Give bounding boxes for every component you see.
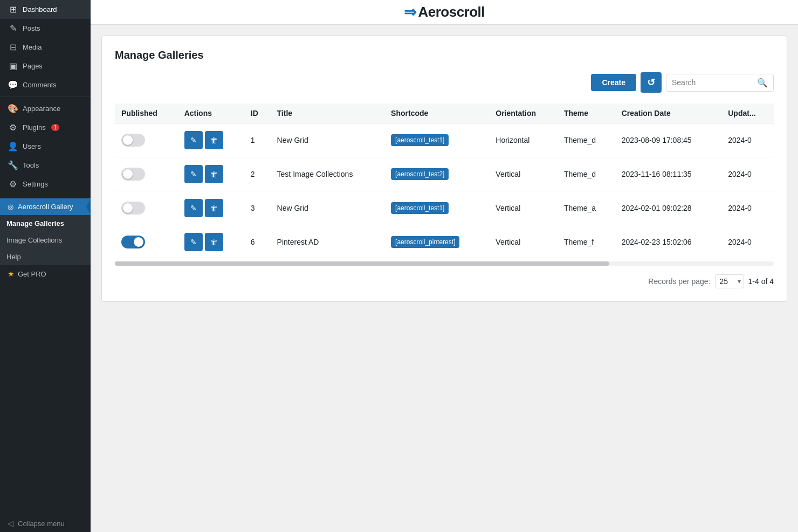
collapse-menu-button[interactable]: ◁ Collapse menu <box>0 515 91 532</box>
table-header-row: Published Actions ID Title Shortcode Ori… <box>115 103 774 123</box>
sidebar-item-label: Settings <box>23 180 48 188</box>
shortcode-badge: [aeroscroll_test1] <box>391 202 449 214</box>
sidebar-item-aeroscroll-gallery[interactable]: ◎ Aeroscroll Gallery <box>0 198 91 215</box>
delete-button[interactable]: 🗑 <box>205 233 223 251</box>
manage-galleries-label: Manage Galleries <box>6 219 64 227</box>
delete-button[interactable]: 🗑 <box>205 165 223 183</box>
col-updated: Updat... <box>721 103 774 123</box>
dashboard-icon: ⊞ <box>8 4 18 15</box>
shortcode-badge: [aeroscroll_test2] <box>391 168 449 180</box>
sidebar-item-label: Appearance <box>23 105 60 113</box>
refresh-button[interactable]: ↺ <box>641 72 662 93</box>
published-toggle[interactable] <box>121 134 145 147</box>
plugins-badge: 1 <box>51 124 60 131</box>
sidebar-item-help[interactable]: Help <box>0 248 91 265</box>
cell-title: Test Image Collections <box>271 157 385 191</box>
plugins-icon: ⚙ <box>8 122 18 133</box>
sidebar-item-media[interactable]: ⊟ Media <box>0 38 91 57</box>
cell-shortcode: [aeroscroll_test1] <box>384 123 489 157</box>
sidebar-item-plugins[interactable]: ⚙ Plugins 1 <box>0 118 91 137</box>
published-toggle[interactable] <box>121 168 145 181</box>
table-row: ✎🗑2Test Image Collections[aeroscroll_tes… <box>115 157 774 191</box>
records-per-page-select[interactable]: 102550100 <box>715 274 744 288</box>
delete-icon: 🗑 <box>210 238 218 246</box>
edit-button[interactable]: ✎ <box>184 199 203 217</box>
scroll-thumb <box>115 261 609 266</box>
sidebar-item-pages[interactable]: ▣ Pages <box>0 57 91 75</box>
aeroscroll-arrow-icon <box>86 198 91 215</box>
search-input[interactable] <box>672 78 754 87</box>
sidebar-item-posts[interactable]: ✎ Posts <box>0 19 91 38</box>
cell-published <box>115 157 178 191</box>
media-icon: ⊟ <box>8 42 18 52</box>
aeroscroll-icon: ◎ <box>8 203 13 211</box>
cell-published <box>115 123 178 157</box>
logo: ⇒ Aeroscroll <box>404 3 485 21</box>
cell-actions: ✎🗑 <box>178 191 244 225</box>
table-wrapper: Published Actions ID Title Shortcode Ori… <box>115 103 774 266</box>
settings-icon: ⚙ <box>8 179 18 189</box>
sidebar-item-label: Media <box>23 43 42 51</box>
sidebar-item-appearance[interactable]: 🎨 Appearance <box>0 99 91 118</box>
sidebar-item-label: Posts <box>23 24 40 32</box>
edit-icon: ✎ <box>190 238 197 246</box>
sidebar-item-users[interactable]: 👤 Users <box>0 137 91 156</box>
delete-icon: 🗑 <box>210 170 218 178</box>
comments-icon: 💬 <box>8 80 18 90</box>
manage-galleries-card: Manage Galleries Create ↺ 🔍 Published <box>101 36 787 302</box>
aeroscroll-label: Aeroscroll Gallery <box>18 203 73 211</box>
cell-id: 3 <box>244 191 271 225</box>
cell-actions: ✎🗑 <box>178 157 244 191</box>
cell-published <box>115 225 178 259</box>
delete-button[interactable]: 🗑 <box>205 199 223 217</box>
published-toggle[interactable] <box>121 236 145 248</box>
cell-id: 1 <box>244 123 271 157</box>
topbar: ⇒ Aeroscroll <box>91 0 798 25</box>
cell-orientation: Horizontal <box>489 123 558 157</box>
cell-theme: Theme_a <box>558 191 615 225</box>
cell-creation-date: 2024-02-23 15:02:06 <box>615 225 722 259</box>
page-title: Manage Galleries <box>115 49 774 61</box>
cell-updated: 2024-0 <box>721 225 774 259</box>
sidebar-item-label: Comments <box>23 81 57 89</box>
toolbar: Create ↺ 🔍 <box>115 72 774 93</box>
delete-button[interactable]: 🗑 <box>205 131 223 149</box>
delete-icon: 🗑 <box>210 204 218 212</box>
col-id: ID <box>244 103 271 123</box>
sidebar-item-comments[interactable]: 💬 Comments <box>0 75 91 94</box>
pagination-bar: Records per page: 102550100 1-4 of 4 <box>115 274 774 288</box>
col-creation-date: Creation Date <box>615 103 722 123</box>
cell-theme: Theme_d <box>558 123 615 157</box>
col-published: Published <box>115 103 178 123</box>
aeroscroll-submenu: Manage Galleries Image Collections Help <box>0 215 91 265</box>
get-pro-label: Get PRO <box>18 270 46 278</box>
edit-icon: ✎ <box>190 136 197 144</box>
main-content: ⇒ Aeroscroll Manage Galleries Create ↺ 🔍 <box>91 0 798 532</box>
get-pro-button[interactable]: ★ Get PRO <box>0 265 91 282</box>
edit-button[interactable]: ✎ <box>184 165 203 183</box>
cell-title: New Grid <box>271 191 385 225</box>
horizontal-scrollbar[interactable] <box>115 261 774 266</box>
create-button[interactable]: Create <box>591 74 636 91</box>
sidebar-divider-2 <box>0 196 91 196</box>
cell-creation-date: 2023-08-09 17:08:45 <box>615 123 722 157</box>
sidebar-item-dashboard[interactable]: ⊞ Dashboard <box>0 0 91 19</box>
cell-orientation: Vertical <box>489 225 558 259</box>
cell-theme: Theme_d <box>558 157 615 191</box>
col-orientation: Orientation <box>489 103 558 123</box>
edit-button[interactable]: ✎ <box>184 131 203 149</box>
sidebar-item-settings[interactable]: ⚙ Settings <box>0 175 91 194</box>
shortcode-badge: [aeroscroll_test1] <box>391 134 449 146</box>
cell-creation-date: 2023-11-16 08:11:35 <box>615 157 722 191</box>
sidebar-item-image-collections[interactable]: Image Collections <box>0 232 91 248</box>
help-label: Help <box>6 253 21 261</box>
appearance-icon: 🎨 <box>8 103 18 114</box>
edit-button[interactable]: ✎ <box>184 233 203 251</box>
edit-icon: ✎ <box>190 170 197 178</box>
sidebar-item-manage-galleries[interactable]: Manage Galleries <box>0 215 91 232</box>
published-toggle[interactable] <box>121 202 145 215</box>
search-icon: 🔍 <box>757 78 768 88</box>
cell-orientation: Vertical <box>489 157 558 191</box>
sidebar-item-tools[interactable]: 🔧 Tools <box>0 156 91 175</box>
cell-shortcode: [aeroscroll_pinterest] <box>384 225 489 259</box>
